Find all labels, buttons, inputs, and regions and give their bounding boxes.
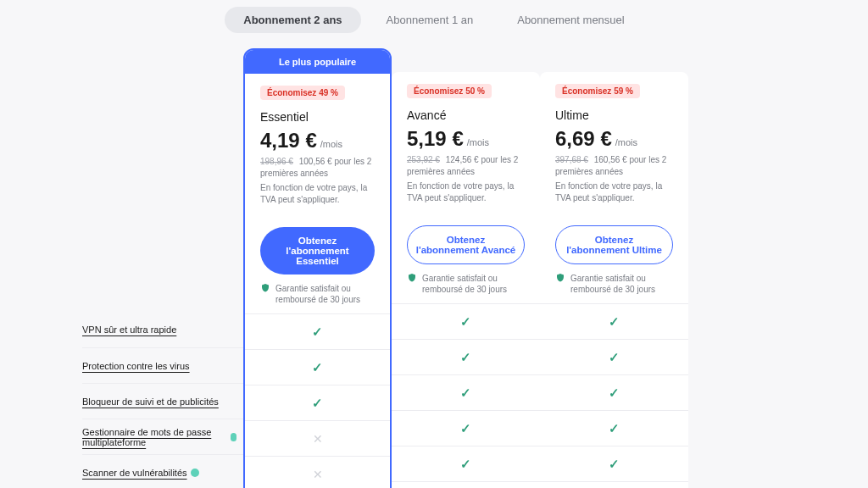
vat-note: En fonction de votre pays, la TVA peut s… <box>407 180 525 203</box>
feature-cell: ✓ <box>540 374 688 410</box>
cross-icon: ✕ <box>313 432 323 446</box>
check-icon: ✓ <box>312 324 323 340</box>
feature-label-text[interactable]: Scanner de vulnérabilités <box>82 468 187 478</box>
feature-cell: ✓ <box>392 446 540 481</box>
feature-label-column: VPN sûr et ultra rapideProtection contre… <box>82 48 243 488</box>
check-icon: ✓ <box>609 385 620 401</box>
price: 4,19 € <box>260 129 317 152</box>
check-icon: ✓ <box>312 396 323 411</box>
check-icon: ✓ <box>609 350 620 365</box>
feature-label: Gestionnaire de mots de passe multiplate… <box>82 419 243 454</box>
check-icon: ✓ <box>460 314 471 330</box>
feature-cell: ✕ <box>245 456 390 488</box>
cta-button-avance[interactable]: Obtenez l'abonnement Avancé <box>407 225 525 264</box>
guarantee-row: Garantie satisfait ou remboursé de 30 jo… <box>392 264 540 303</box>
check-icon: ✓ <box>609 314 620 330</box>
feature-label-text[interactable]: Protection contre les virus <box>82 361 190 371</box>
cross-icon: ✕ <box>313 468 323 481</box>
pricing-grid: VPN sûr et ultra rapideProtection contre… <box>82 48 786 488</box>
check-icon: ✓ <box>609 421 620 436</box>
feature-label-text[interactable]: Gestionnaire de mots de passe multiplate… <box>82 427 227 447</box>
feature-cell: ✓ <box>540 481 688 488</box>
plan-name: Essentiel <box>260 110 375 124</box>
popular-ribbon: Le plus populaire <box>245 50 390 74</box>
vat-note: En fonction de votre pays, la TVA peut s… <box>555 180 673 203</box>
feature-cell: ✓ <box>245 313 390 349</box>
feature-cell: ✓ <box>392 339 540 374</box>
vat-note: En fonction de votre pays, la TVA peut s… <box>260 182 375 205</box>
per-month: /mois <box>467 137 489 147</box>
feature-cell: ✓ <box>540 339 688 374</box>
feature-label-text[interactable]: Bloqueur de suivi et de publicités <box>82 396 219 407</box>
feature-cell: ✕ <box>392 481 540 488</box>
tab-1-year[interactable]: Abonnement 1 an <box>368 7 492 33</box>
plan-header: Économisez 50 %Avancé5,19 €/mois253,92 €… <box>392 72 540 214</box>
feature-label: VPN sûr et ultra rapide <box>82 312 243 347</box>
check-icon: ✓ <box>460 350 471 365</box>
feature-cell: ✓ <box>392 374 540 410</box>
price-subtext: 253,92 € 124,56 € pour les 2 premières a… <box>407 154 525 177</box>
guarantee-row: Garantie satisfait ou remboursé de 30 jo… <box>540 264 688 303</box>
guarantee-row: Garantie satisfait ou remboursé de 30 jo… <box>245 274 390 313</box>
plan-column-ultime: Économisez 59 %Ultime6,69 €/mois397,68 €… <box>540 72 688 488</box>
plan-name: Avancé <box>407 108 525 122</box>
plan-column-essentiel: Le plus populaireÉconomisez 49 %Essentie… <box>243 48 392 488</box>
guarantee-text: Garantie satisfait ou remboursé de 30 jo… <box>570 273 673 295</box>
billing-tabs: Abonnement 2 ans Abonnement 1 an Abonnem… <box>0 0 868 48</box>
feature-cell: ✓ <box>392 303 540 339</box>
feature-cell: ✓ <box>245 385 390 420</box>
tab-monthly[interactable]: Abonnement mensuel <box>498 7 643 33</box>
teal-badge-icon <box>191 469 199 477</box>
feature-label: Scanner de vulnérabilités <box>82 454 243 488</box>
teal-badge-icon <box>231 433 236 441</box>
plan-header: Économisez 59 %Ultime6,69 €/mois397,68 €… <box>540 72 688 214</box>
price-row: 6,69 €/mois <box>555 127 673 151</box>
feature-cell: ✓ <box>540 303 688 339</box>
per-month: /mois <box>615 137 637 147</box>
guarantee-text: Garantie satisfait ou remboursé de 30 jo… <box>422 273 525 295</box>
price-subtext: 397,68 € 160,56 € pour les 2 premières a… <box>555 154 673 177</box>
cta-button-ultime[interactable]: Obtenez l'abonnement Ultime <box>555 225 673 264</box>
feature-label: Protection contre les virus <box>82 347 243 383</box>
plan-header: Économisez 49 %Essentiel4,19 €/mois198,9… <box>245 74 390 215</box>
shield-icon <box>555 273 565 286</box>
check-icon: ✓ <box>609 457 620 472</box>
check-icon: ✓ <box>460 421 471 436</box>
feature-cell: ✓ <box>540 446 688 481</box>
plan-column-avance: Économisez 50 %Avancé5,19 €/mois253,92 €… <box>392 72 540 488</box>
price-subtext: 198,96 € 100,56 € pour les 2 premières a… <box>260 156 375 179</box>
check-icon: ✓ <box>312 360 323 375</box>
plan-name: Ultime <box>555 108 673 122</box>
price: 6,69 € <box>555 127 612 151</box>
save-badge: Économisez 49 % <box>260 86 345 100</box>
feature-cell: ✓ <box>540 410 688 446</box>
shield-icon <box>260 283 270 296</box>
guarantee-text: Garantie satisfait ou remboursé de 30 jo… <box>275 283 375 305</box>
feature-label: Bloqueur de suivi et de publicités <box>82 383 243 419</box>
check-icon: ✓ <box>460 457 471 472</box>
feature-cell: ✓ <box>245 349 390 385</box>
price: 5,19 € <box>407 127 464 151</box>
price-row: 4,19 €/mois <box>260 129 375 152</box>
price-row: 5,19 €/mois <box>407 127 525 151</box>
shield-icon <box>407 273 417 286</box>
check-icon: ✓ <box>460 385 471 401</box>
per-month: /mois <box>320 139 342 149</box>
save-badge: Économisez 50 % <box>407 84 492 98</box>
feature-label-text[interactable]: VPN sûr et ultra rapide <box>82 324 176 335</box>
feature-cell: ✓ <box>392 410 540 446</box>
feature-cell: ✕ <box>245 420 390 456</box>
save-badge: Économisez 59 % <box>555 84 640 98</box>
cta-button-essentiel[interactable]: Obtenez l'abonnement Essentiel <box>260 227 375 274</box>
tab-2-years[interactable]: Abonnement 2 ans <box>225 7 360 33</box>
